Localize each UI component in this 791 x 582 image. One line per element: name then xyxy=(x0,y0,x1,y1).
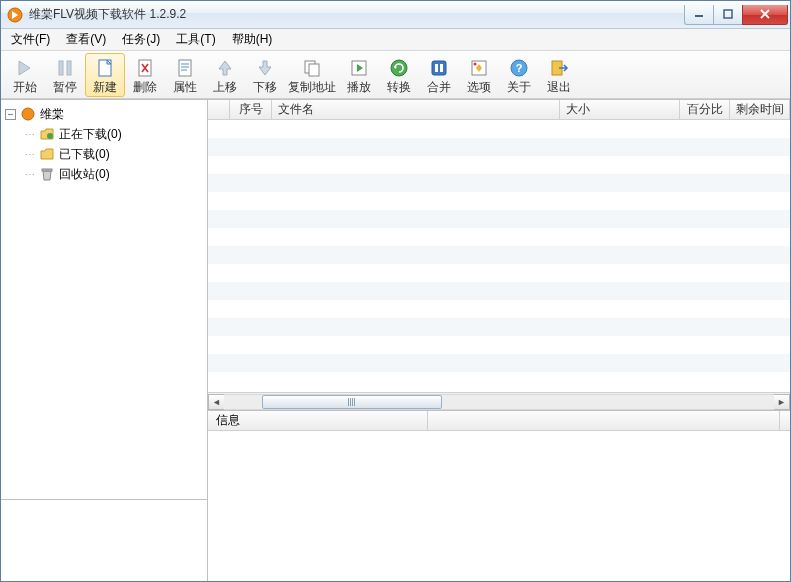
tb-play-label: 播放 xyxy=(347,81,371,93)
tb-up[interactable]: 上移 xyxy=(205,53,245,97)
tb-convert-label: 转换 xyxy=(387,81,411,93)
info-header: 信息 xyxy=(208,411,790,431)
tb-merge[interactable]: 合并 xyxy=(419,53,459,97)
col-percent[interactable]: 百分比 xyxy=(680,100,730,119)
menu-bar: 文件(F) 查看(V) 任务(J) 工具(T) 帮助(H) xyxy=(1,29,790,51)
play-arrow-icon xyxy=(14,57,36,79)
info-tab[interactable]: 信息 xyxy=(208,411,428,430)
tb-up-label: 上移 xyxy=(213,81,237,93)
col-size[interactable]: 大小 xyxy=(560,100,680,119)
scroll-track[interactable] xyxy=(224,394,774,410)
folder-icon xyxy=(39,146,55,162)
tree-downloaded-label: 已下载(0) xyxy=(59,146,110,163)
col-seq[interactable]: 序号 xyxy=(230,100,272,119)
svg-rect-9 xyxy=(309,64,319,76)
properties-icon xyxy=(174,57,196,79)
menu-help[interactable]: 帮助(H) xyxy=(224,29,281,50)
svg-rect-22 xyxy=(42,169,52,171)
window-controls xyxy=(685,5,788,25)
maximize-button[interactable] xyxy=(713,5,743,25)
svg-rect-13 xyxy=(435,64,438,72)
list-body[interactable] xyxy=(208,120,790,392)
tb-new[interactable]: 新建 xyxy=(85,53,125,97)
info-pane: 信息 xyxy=(208,411,790,581)
menu-task[interactable]: 任务(J) xyxy=(114,29,168,50)
tree-connector-icon: ⋯ xyxy=(23,129,35,140)
tb-options[interactable]: 选项 xyxy=(459,53,499,97)
horizontal-scrollbar[interactable]: ◄ ► xyxy=(208,392,790,410)
scroll-left-icon[interactable]: ◄ xyxy=(208,394,225,410)
tree-root-label: 维棠 xyxy=(40,106,64,123)
tb-convert[interactable]: 转换 xyxy=(379,53,419,97)
tree-connector-icon: ⋯ xyxy=(23,149,35,160)
svg-point-21 xyxy=(47,133,53,139)
info-body xyxy=(208,431,790,581)
arrow-down-icon xyxy=(254,57,276,79)
col-filename[interactable]: 文件名 xyxy=(272,100,560,119)
close-button[interactable] xyxy=(742,5,788,25)
merge-icon xyxy=(428,57,450,79)
menu-tools[interactable]: 工具(T) xyxy=(168,29,223,50)
svg-rect-12 xyxy=(432,61,446,75)
svg-rect-2 xyxy=(724,10,732,18)
tb-down-label: 下移 xyxy=(253,81,277,93)
convert-icon xyxy=(388,57,410,79)
tb-options-label: 选项 xyxy=(467,81,491,93)
task-list-pane: 序号 文件名 大小 百分比 剩余时间 ◄ xyxy=(208,100,790,411)
svg-point-16 xyxy=(474,62,477,65)
tree-downloaded[interactable]: ⋯ 已下载(0) xyxy=(3,144,205,164)
tb-exit[interactable]: 退出 xyxy=(539,53,579,97)
tb-play[interactable]: 播放 xyxy=(339,53,379,97)
new-file-icon xyxy=(94,57,116,79)
minimize-button[interactable] xyxy=(684,5,714,25)
scroll-right-icon[interactable]: ► xyxy=(773,394,790,410)
sidebar-bottom-pane xyxy=(1,499,207,581)
menu-view[interactable]: 查看(V) xyxy=(58,29,114,50)
svg-rect-3 xyxy=(59,61,63,75)
svg-point-11 xyxy=(391,60,407,76)
info-header-edge xyxy=(780,411,790,430)
tb-delete[interactable]: 删除 xyxy=(125,53,165,97)
tree-view[interactable]: − 维棠 ⋯ 正在下载(0) ⋯ 已下载(0) ⋯ 回收站(0) xyxy=(1,100,207,499)
pause-icon xyxy=(54,57,76,79)
copy-icon xyxy=(301,57,323,79)
tb-pause-label: 暂停 xyxy=(53,81,77,93)
svg-rect-1 xyxy=(695,15,703,17)
tb-about[interactable]: ? 关于 xyxy=(499,53,539,97)
title-bar: 维棠FLV视频下载软件 1.2.9.2 xyxy=(1,1,790,29)
svg-point-20 xyxy=(22,108,34,120)
play-icon xyxy=(348,57,370,79)
tb-start[interactable]: 开始 xyxy=(5,53,45,97)
tb-new-label: 新建 xyxy=(93,81,117,93)
tree-recycle[interactable]: ⋯ 回收站(0) xyxy=(3,164,205,184)
folder-downloading-icon xyxy=(39,126,55,142)
list-header: 序号 文件名 大小 百分比 剩余时间 xyxy=(208,100,790,120)
arrow-up-icon xyxy=(214,57,236,79)
tb-delete-label: 删除 xyxy=(133,81,157,93)
tree-recycle-label: 回收站(0) xyxy=(59,166,110,183)
tb-down[interactable]: 下移 xyxy=(245,53,285,97)
exit-icon xyxy=(548,57,570,79)
main-area: − 维棠 ⋯ 正在下载(0) ⋯ 已下载(0) ⋯ 回收站(0) xyxy=(1,99,790,581)
col-remaining[interactable]: 剩余时间 xyxy=(730,100,790,119)
tb-about-label: 关于 xyxy=(507,81,531,93)
tb-props[interactable]: 属性 xyxy=(165,53,205,97)
tb-props-label: 属性 xyxy=(173,81,197,93)
tb-pause[interactable]: 暂停 xyxy=(45,53,85,97)
menu-file[interactable]: 文件(F) xyxy=(3,29,58,50)
tree-downloading[interactable]: ⋯ 正在下载(0) xyxy=(3,124,205,144)
tb-merge-label: 合并 xyxy=(427,81,451,93)
tb-exit-label: 退出 xyxy=(547,81,571,93)
svg-rect-4 xyxy=(67,61,71,75)
tb-copyaddr-label: 复制地址 xyxy=(288,81,336,93)
trash-icon xyxy=(39,166,55,182)
app-small-icon xyxy=(20,106,36,122)
scroll-thumb[interactable] xyxy=(262,395,442,409)
help-icon: ? xyxy=(508,57,530,79)
tree-root[interactable]: − 维棠 xyxy=(3,104,205,124)
window-title: 维棠FLV视频下载软件 1.2.9.2 xyxy=(29,6,186,23)
col-status[interactable] xyxy=(208,100,230,119)
tb-copyaddr[interactable]: 复制地址 xyxy=(285,53,339,97)
tree-collapse-icon[interactable]: − xyxy=(5,109,16,120)
info-header-blank xyxy=(428,411,780,430)
